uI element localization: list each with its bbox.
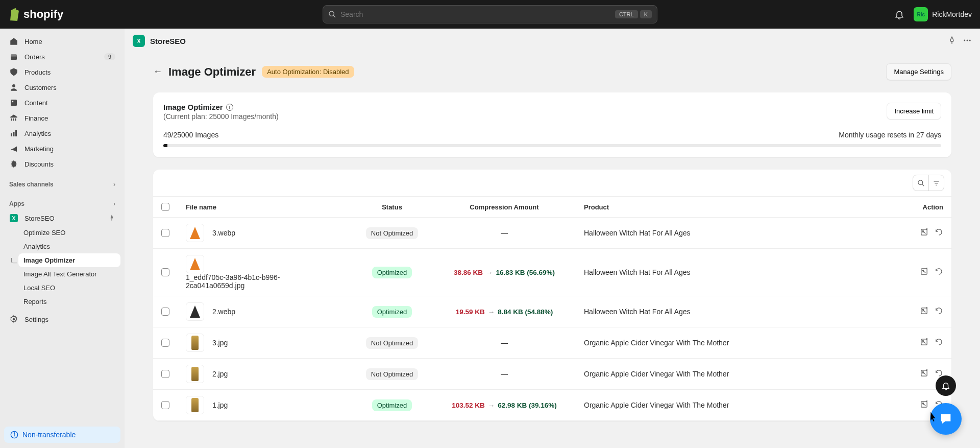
svg-point-31 (922, 340, 923, 341)
subnav-image-alt-text-generator[interactable]: Image Alt Text Generator (18, 267, 120, 281)
auto-optimization-badge: Auto Optimization: Disabled (262, 66, 354, 78)
sidebar-app-storeseo[interactable]: StoreSEO (4, 210, 120, 226)
col-filename: File name (178, 197, 351, 218)
content-icon (9, 98, 18, 107)
restore-image-icon[interactable] (935, 267, 943, 277)
table-row: 1.jpg Optimized 103.52 KB→62.98 KB (39.1… (153, 390, 951, 421)
sidebar-item-marketing[interactable]: Marketing (4, 141, 120, 156)
chat-fab[interactable] (930, 403, 962, 435)
subnav-optimize-seo[interactable]: Optimize SEO (18, 226, 120, 240)
svg-point-5 (12, 101, 13, 102)
page-header: ← Image Optimizer Auto Optimization: Dis… (153, 53, 951, 92)
manage-settings-button[interactable]: Manage Settings (886, 63, 951, 80)
user-menu[interactable]: Ric RickMortdev (914, 7, 972, 21)
sidebar-item-customers[interactable]: Customers (4, 80, 120, 95)
status-badge: Optimized (372, 267, 412, 278)
back-arrow-icon[interactable]: ← (153, 66, 162, 77)
appbar: StoreSEO (125, 29, 980, 53)
section-apps[interactable]: Apps› (4, 191, 120, 210)
sidebar-item-discounts[interactable]: Discounts (4, 156, 120, 172)
gear-icon (9, 315, 18, 324)
image-thumbnail (186, 224, 204, 242)
image-thumbnail (186, 365, 204, 383)
row-checkbox[interactable] (161, 308, 169, 316)
restore-image-icon[interactable] (935, 338, 943, 348)
more-icon[interactable] (963, 36, 972, 46)
pin-icon[interactable] (108, 214, 115, 223)
subnav-analytics[interactable]: Analytics (18, 240, 120, 253)
subnav-reports[interactable]: Reports (18, 295, 120, 309)
svg-point-25 (922, 230, 923, 231)
optimize-image-icon[interactable] (920, 369, 928, 379)
optimize-image-icon[interactable] (920, 306, 928, 317)
search-bar[interactable]: CTRL K (323, 5, 657, 23)
compression-cell: — (433, 218, 576, 249)
select-all-checkbox[interactable] (161, 203, 169, 211)
section-sales-channels[interactable]: Sales channels› (4, 172, 120, 191)
chevron-right-icon: › (113, 181, 115, 188)
sidebar-item-label: Analytics (24, 130, 51, 137)
increase-limit-button[interactable]: Increase limit (887, 103, 941, 120)
svg-point-16 (964, 39, 965, 41)
optimize-image-icon[interactable] (920, 267, 928, 277)
table-row: 3.webp Not Optimized — Halloween Witch H… (153, 218, 951, 249)
table-row: 3.jpg Not Optimized — Organic Apple Cide… (153, 327, 951, 359)
product-name: Halloween Witch Hat For All Ages (576, 296, 880, 327)
sidebar-item-products[interactable]: Products (4, 64, 120, 80)
kbd-ctrl: CTRL (615, 10, 638, 18)
row-checkbox[interactable] (161, 339, 169, 347)
optimize-image-icon[interactable] (920, 338, 928, 348)
row-checkbox[interactable] (161, 401, 169, 409)
sidebar-item-finance[interactable]: Finance (4, 110, 120, 126)
sidebar-item-label: Finance (24, 114, 48, 122)
plan-text: (Current plan: 25000 Images/month) (163, 112, 279, 121)
col-status: Status (351, 197, 433, 218)
notifications-icon[interactable] (894, 9, 904, 19)
main-content: StoreSEO ← Image Optimizer Auto Optimiza… (125, 29, 980, 448)
restore-image-icon[interactable] (935, 306, 943, 317)
product-name: Organic Apple Cider Vinegar With The Mot… (576, 390, 880, 421)
svg-rect-8 (15, 130, 17, 136)
svg-line-1 (333, 15, 335, 17)
table-search-button[interactable] (913, 175, 928, 191)
svg-point-14 (14, 433, 14, 433)
row-checkbox[interactable] (161, 268, 169, 276)
sidebar-item-content[interactable]: Content (4, 95, 120, 110)
compression-cell: 19.59 KB→8.84 KB (54.88%) (433, 296, 576, 327)
sidebar-item-label: Settings (24, 316, 48, 323)
notifications-fab[interactable] (936, 375, 956, 396)
optimize-image-icon[interactable] (920, 400, 928, 410)
subnav-local-seo[interactable]: Local SEO (18, 281, 120, 295)
file-name: 1_eddf705c-3a96-4b1c-b996-2ca041a0659d.j… (186, 273, 318, 290)
kbd-k: K (640, 10, 652, 18)
svg-point-3 (12, 84, 15, 87)
subnav-image-optimizer[interactable]: Image Optimizer (18, 253, 120, 267)
search-input[interactable] (340, 10, 611, 18)
col-compression: Compression Amount (433, 197, 576, 218)
compression-cell: 103.52 KB→62.98 KB (39.16%) (433, 390, 576, 421)
marketing-icon (9, 144, 18, 153)
restore-image-icon[interactable] (935, 228, 943, 238)
non-transferable-banner[interactable]: Non-transferable (4, 427, 120, 443)
sidebar-item-orders[interactable]: Orders9 (4, 49, 120, 64)
pin-app-icon[interactable] (947, 36, 957, 46)
image-thumbnail (186, 255, 204, 273)
table-filter-button[interactable] (928, 175, 944, 191)
file-name: 3.webp (212, 229, 235, 237)
sidebar-item-settings[interactable]: Settings (4, 312, 120, 327)
chevron-right-icon: › (113, 200, 115, 207)
status-badge: Not Optimized (366, 337, 418, 349)
optimize-image-icon[interactable] (920, 228, 928, 238)
status-badge: Optimized (372, 399, 412, 411)
sidebar-item-home[interactable]: Home (4, 34, 120, 49)
sidebar-item-label: Customers (24, 84, 57, 91)
sidebar-item-label: Home (24, 38, 42, 45)
shopify-logo[interactable]: shopify (8, 8, 63, 21)
row-checkbox[interactable] (161, 370, 169, 378)
info-icon[interactable]: i (226, 104, 233, 111)
sidebar-item-analytics[interactable]: Analytics (4, 126, 120, 141)
finance-icon (9, 113, 18, 123)
row-checkbox[interactable] (161, 229, 169, 237)
brand-text: shopify (23, 8, 63, 21)
svg-point-33 (922, 371, 923, 372)
